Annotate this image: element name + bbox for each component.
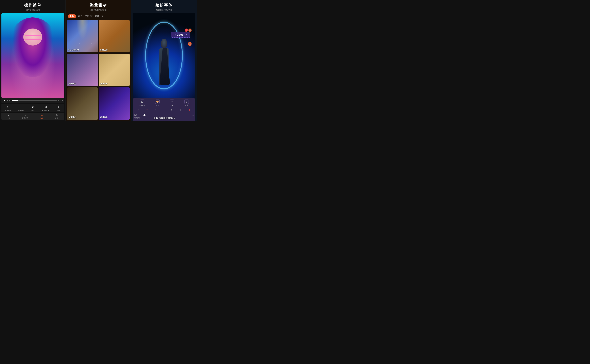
time-end: 00:27.0 [58, 100, 63, 101]
panel3-header: 缤纷字体 编辑你的电影字幕 [131, 0, 197, 13]
opacity-slider[interactable] [142, 118, 194, 118]
text-style-normal[interactable]: T [171, 109, 172, 111]
font-icon: Aa [170, 99, 174, 104]
edit-icon: ✏ [41, 114, 43, 117]
arrow-right-icon: ▶ [186, 34, 187, 36]
tab-music[interactable]: 配乐 [68, 14, 76, 18]
card-dance-music[interactable]: 动感舞曲 [99, 87, 130, 120]
settings-icon: ⚙ [184, 99, 189, 104]
settings-label: 设置 [55, 117, 58, 119]
tool-clip[interactable]: ✏ 片段编辑 [5, 105, 11, 111]
tool-subtitle[interactable]: T 字幕特效 [18, 105, 24, 111]
opacity-row: 不透明度 [134, 117, 194, 120]
card-friends-bg [99, 54, 130, 86]
card-new-songs[interactable]: 新歌上架 [99, 20, 130, 52]
typography-toolbar: ⊞ 字幕特效 🎨 颜色 Aa 字体 ⚙ 设置 ≡ ≡ ≡ T T T [133, 98, 195, 121]
bottom-nav: ★ 主题 ♪ 音乐,声音 ✏ 编辑 ⚙ 设置 [1, 113, 64, 120]
clip-icon: ✏ [6, 105, 10, 109]
music-grid: Top10排行榜 新歌上架 浪漫维度 友谊万岁 欢乐时光 动感舞曲 [66, 20, 131, 121]
nav-edit[interactable]: ✏ 编辑 [40, 114, 43, 119]
panel-typography: 缤纷字体 编辑你的电影字幕 ◀ cool ▶ ✕ ⚓ 🔧 ⊞ 字幕特效 [131, 0, 197, 121]
card-romantic[interactable]: 浪漫维度 [67, 54, 98, 86]
panel1-title: 操作简单 [1, 3, 64, 8]
panel1-header: 操作简单 制作爆款短视频 [0, 0, 65, 13]
border-slider-row: 描边 0% [134, 113, 194, 117]
nav-music[interactable]: ♪ 音乐,声音 [22, 114, 28, 119]
text-style-medium[interactable]: T [180, 108, 181, 111]
color-label: 颜色 [156, 104, 159, 106]
anchor-icon[interactable]: ⚓ [188, 28, 192, 32]
glasses-decoration [25, 35, 41, 39]
video-bg [1, 13, 64, 98]
align-right-btn[interactable]: ≡ [155, 109, 156, 111]
filter-label: 滤镜 [57, 110, 60, 111]
card-happy-time-label: 欢乐时光 [68, 116, 76, 119]
panel2-title: 海量素材 [67, 3, 130, 8]
card-dance-music-label: 动感舞曲 [100, 116, 108, 119]
progress-bar[interactable] [12, 100, 57, 101]
tool-settings[interactable]: ⚙ 设置 [184, 99, 189, 106]
close-icon[interactable]: ✕ [185, 28, 188, 32]
hair-decoration [8, 17, 58, 77]
caption-effect-icon: ⊞ [140, 99, 144, 104]
background-label: 背景及比例 [42, 110, 49, 111]
tab-filter[interactable]: 滤 [101, 15, 104, 18]
theme-icon: ★ [8, 114, 10, 117]
tab-transition[interactable]: 转场 [95, 15, 99, 18]
card-friendship[interactable]: 友谊万岁 [99, 54, 130, 86]
nav-settings[interactable]: ⚙ 设置 [55, 114, 58, 119]
panel-materials: 海量素材 热门音乐网红滤镜 配乐 特效 字幕特效 转场 滤 Top10排行榜 新… [65, 0, 131, 121]
scene-bg: ◀ cool ▶ ✕ ⚓ 🔧 [133, 13, 195, 98]
card-guitar-room-bg [67, 87, 98, 120]
panel3-subtitle: 编辑你的电影字幕 [133, 9, 195, 11]
tool-font[interactable]: Aa 字体 [170, 99, 174, 106]
tab-effects[interactable]: 特效 [78, 15, 82, 18]
wrench-icon[interactable]: 🔧 [188, 42, 192, 46]
border-label: 描边 [134, 114, 138, 116]
font-label: 字体 [170, 104, 173, 106]
border-slider-dot [143, 114, 145, 116]
tool-transition[interactable]: ⧉ 转场 [31, 105, 35, 111]
robot-figure [156, 39, 172, 85]
card-new-songs-label: 新歌上架 [100, 49, 108, 51]
transition-label: 转场 [31, 110, 34, 111]
play-button[interactable]: ▶ [3, 99, 6, 102]
card-top10-label: Top10排行榜 [68, 49, 79, 51]
robot-head [161, 39, 167, 48]
panel3-title: 缤纷字体 [133, 3, 195, 8]
background-icon: ⊠ [44, 105, 48, 109]
music-label: 音乐,声音 [22, 117, 28, 119]
time-start: 00:00.0 [7, 100, 11, 101]
editing-tools: ✏ 片段编辑 T 字幕特效 ⧉ 转场 ⊠ 背景及比例 ❋ 滤镜 [1, 104, 64, 112]
text-edit-box[interactable]: ◀ cool ▶ [171, 32, 190, 38]
tools-row: ⊞ 字幕特效 🎨 颜色 Aa 字体 ⚙ 设置 [134, 99, 194, 106]
border-slider[interactable] [139, 115, 190, 115]
tool-background[interactable]: ⊠ 背景及比例 [42, 105, 49, 111]
caption-effect-label: 字幕特效 [139, 104, 145, 106]
color-icon: 🎨 [155, 99, 160, 104]
tool-filter[interactable]: ❋ 滤镜 [57, 105, 60, 111]
video-controls: ▶ 00:00.0 00:27.0 [1, 98, 64, 103]
tool-color[interactable]: 🎨 颜色 [155, 99, 160, 106]
progress-dot [17, 100, 18, 101]
tab-subtitle-effects[interactable]: 字幕特效 [85, 15, 93, 18]
theme-label: 主题 [7, 117, 10, 119]
align-center-btn[interactable]: ≡ [146, 109, 148, 111]
settings-icon: ⚙ [55, 114, 58, 117]
subtitle-label: 字幕特效 [18, 110, 24, 111]
card-top10[interactable]: Top10排行榜 [67, 20, 98, 52]
panel1-subtitle: 制作爆款短视频 [1, 9, 64, 11]
text-style-large[interactable]: T [188, 108, 190, 112]
edit-label: 编辑 [40, 117, 43, 119]
music-icon: ♪ [25, 114, 26, 117]
card-happy-time[interactable]: 欢乐时光 [67, 87, 98, 120]
text-content: cool [177, 33, 185, 37]
card-dance-bg [67, 54, 98, 86]
transition-icon: ⧉ [31, 105, 35, 109]
border-pct: 0% [192, 114, 194, 116]
nav-theme[interactable]: ★ 主题 [7, 114, 10, 119]
tool-caption-effect[interactable]: ⊞ 字幕特效 [139, 99, 145, 106]
material-tabs: 配乐 特效 字幕特效 转场 滤 [66, 13, 131, 20]
opacity-label: 不透明度 [134, 117, 140, 119]
align-left-btn[interactable]: ≡ [138, 109, 139, 111]
